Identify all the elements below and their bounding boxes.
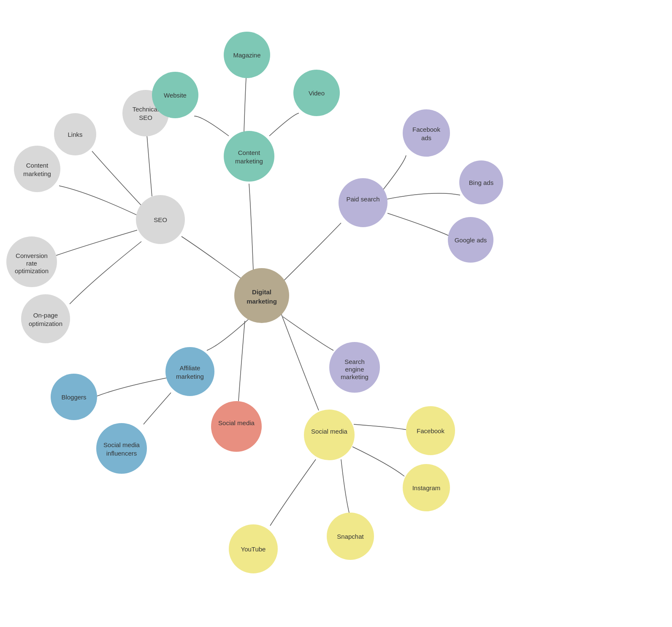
social-media-influencers-label: Social media xyxy=(103,441,140,448)
social-media-leaf-node xyxy=(304,410,355,460)
content-marketing-hub-label: Content xyxy=(238,149,260,156)
affiliate-marketing-label2: marketing xyxy=(176,373,204,380)
affiliate-marketing-node xyxy=(165,347,214,396)
social-media-influencers-node xyxy=(96,423,147,474)
youtube-label: YouTube xyxy=(241,546,266,553)
digital-marketing-label: Digital xyxy=(252,288,271,296)
on-page-label2: optimization xyxy=(29,320,62,327)
conversion-rate-label3: optimization xyxy=(15,267,49,274)
snapchat-label: Snapchat xyxy=(337,533,364,540)
facebook-ads-label2: ads xyxy=(421,134,431,141)
seo-label: SEO xyxy=(154,216,167,223)
technical-seo-label: Technical xyxy=(133,106,159,113)
content-marketing-leaf-label2: marketing xyxy=(23,170,51,177)
on-page-label: On-page xyxy=(33,312,58,319)
facebook-leaf-label: Facebook xyxy=(417,427,444,434)
links-label: Links xyxy=(68,131,82,138)
affiliate-marketing-label: Affiliate xyxy=(180,364,201,372)
social-media-influencers-label2: influencers xyxy=(106,450,137,457)
video-label: Video xyxy=(309,90,325,97)
content-marketing-hub-node xyxy=(224,131,274,182)
conversion-rate-label2: rate xyxy=(26,260,37,267)
facebook-ads-node xyxy=(403,109,450,157)
paid-search-node xyxy=(339,178,387,227)
search-engine-marketing-label2: engine xyxy=(345,366,364,373)
content-marketing-leaf-node xyxy=(14,146,60,192)
digital-marketing-label2: marketing xyxy=(247,298,277,305)
instagram-label: Instagram xyxy=(412,484,441,491)
digital-marketing-node xyxy=(234,268,289,323)
search-engine-marketing-label3: marketing xyxy=(341,373,369,380)
facebook-ads-label: Facebook xyxy=(412,126,440,133)
search-engine-marketing-label: Search xyxy=(344,358,365,365)
social-media-hub-node xyxy=(211,401,262,452)
on-page-node xyxy=(21,294,70,343)
technical-seo-label2: SEO xyxy=(139,114,152,121)
bing-ads-label: Bing ads xyxy=(469,179,493,186)
content-marketing-leaf-label: Content xyxy=(26,162,49,169)
content-marketing-hub-label2: marketing xyxy=(235,157,263,165)
bloggers-label: Bloggers xyxy=(61,394,86,401)
paid-search-label: Paid search xyxy=(346,195,379,203)
magazine-label: Magazine xyxy=(233,52,260,59)
social-media-hub-label: Social media xyxy=(218,419,255,426)
conversion-rate-label: Conversion xyxy=(16,252,48,259)
website-label: Website xyxy=(164,92,187,99)
social-media-leaf-label: Social media xyxy=(311,428,348,435)
google-ads-label: Google ads xyxy=(455,236,487,244)
